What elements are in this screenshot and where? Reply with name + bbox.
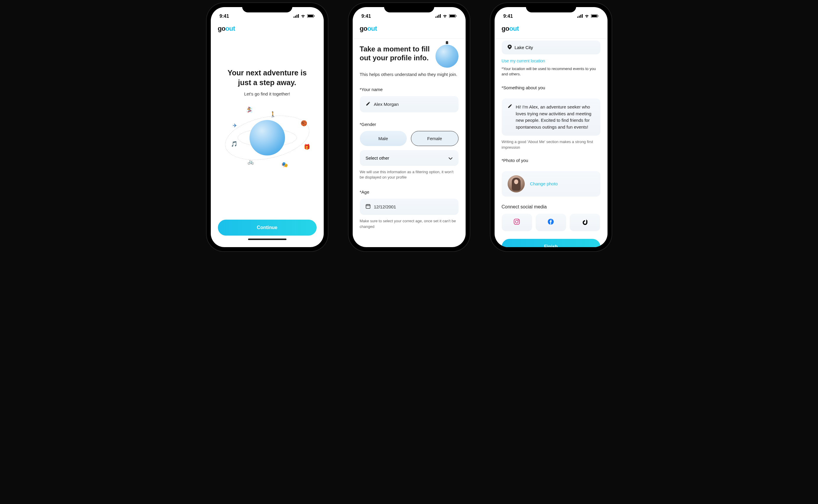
svg-rect-20	[580, 15, 581, 18]
svg-rect-2	[297, 15, 297, 18]
svg-rect-6	[314, 15, 315, 17]
location-value: Lake City	[515, 45, 533, 50]
facebook-icon	[548, 218, 554, 226]
phone-notch	[384, 3, 434, 12]
logo-part2: out	[225, 25, 235, 32]
about-input[interactable]: Hi! I'm Alex, an adventure seeker who lo…	[502, 98, 600, 136]
profile-subtitle: This helps others understand who they mi…	[360, 71, 459, 77]
screen-1: 9:41 goout Your next adventure is just a…	[211, 7, 324, 247]
age-input[interactable]: 12/12/2001	[360, 199, 459, 215]
status-icons	[294, 14, 315, 19]
screen2-content[interactable]: Take a moment to fill out your profile i…	[353, 39, 466, 247]
bike-icon: 🚲	[247, 158, 254, 165]
location-hint: *Your location will be used to recommend…	[502, 66, 600, 77]
continue-button[interactable]: Continue	[218, 220, 317, 236]
tiktok-button[interactable]	[570, 214, 600, 231]
name-value: Alex Morgan	[374, 102, 399, 107]
facebook-button[interactable]	[536, 214, 566, 231]
logo-part1: go	[218, 25, 226, 32]
svg-rect-23	[592, 15, 597, 17]
svg-rect-19	[579, 16, 580, 18]
gender-other-select[interactable]: Select other	[360, 150, 459, 166]
edit-icon	[366, 101, 370, 107]
gender-male-button[interactable]: Male	[360, 131, 407, 146]
screen-3: 9:41 goout Lake City Use my current loca…	[495, 7, 608, 247]
calendar-icon	[366, 204, 370, 210]
change-photo-link[interactable]: Change photo	[530, 181, 558, 186]
gift-icon: 🎁	[304, 144, 310, 150]
screen-2: 9:41 goout Take a moment to fill out you…	[353, 7, 466, 247]
age-value: 12/12/2001	[374, 204, 396, 209]
home-indicator[interactable]	[248, 239, 286, 240]
plane-icon: ✈	[233, 122, 237, 129]
tiktok-icon	[582, 218, 588, 226]
age-label: *Age	[360, 189, 459, 195]
use-current-location-link[interactable]: Use my current location	[502, 59, 600, 63]
logo-part2: out	[509, 25, 519, 32]
gender-label: *Gender	[360, 122, 459, 127]
instagram-icon	[514, 218, 520, 226]
svg-rect-18	[577, 17, 578, 18]
globe-small-icon	[435, 45, 459, 68]
svg-rect-10	[440, 14, 441, 18]
svg-point-27	[518, 220, 519, 221]
snowboard-icon: 🏂	[246, 106, 252, 113]
phone-notch	[526, 3, 576, 12]
signal-icon	[294, 14, 299, 19]
age-helper: Make sure to select your correct age, on…	[360, 218, 459, 229]
chevron-down-icon	[448, 155, 453, 161]
phone-mockup-3: 9:41 goout Lake City Use my current loca…	[490, 3, 612, 251]
svg-rect-14	[366, 205, 370, 208]
battery-icon	[307, 14, 315, 19]
wifi-icon	[443, 14, 447, 19]
logo-part1: go	[502, 25, 509, 32]
status-icons	[577, 14, 599, 19]
signal-icon	[577, 14, 583, 19]
status-icons	[435, 14, 457, 19]
svg-rect-7	[435, 17, 436, 18]
welcome-title: Your next adventure is just a step away.	[218, 68, 317, 87]
logo-part2: out	[367, 25, 377, 32]
instagram-button[interactable]	[502, 214, 532, 231]
svg-rect-8	[437, 16, 438, 18]
location-input[interactable]: Lake City	[502, 40, 600, 54]
svg-rect-0	[294, 17, 294, 18]
photo-row: Change photo	[502, 171, 600, 197]
finish-button[interactable]: Finish	[502, 239, 600, 247]
gender-helper: We will use this information as a filter…	[360, 169, 459, 180]
ball-icon: 🏀	[301, 120, 307, 127]
gender-female-button[interactable]: Female	[411, 131, 459, 146]
phone-mockup-2: 9:41 goout Take a moment to fill out you…	[349, 3, 470, 251]
status-time: 9:41	[503, 14, 513, 19]
svg-rect-9	[438, 15, 439, 18]
app-logo: goout	[211, 21, 324, 35]
svg-rect-1	[295, 16, 296, 18]
signal-icon	[435, 14, 441, 19]
battery-icon	[449, 14, 457, 19]
screen3-content[interactable]: Lake City Use my current location *Your …	[495, 39, 608, 247]
svg-point-26	[516, 220, 518, 223]
app-logo: goout	[353, 21, 466, 35]
music-icon: 🎵	[231, 141, 237, 147]
svg-rect-24	[598, 15, 598, 17]
social-label: Connect social media	[502, 204, 600, 210]
welcome-subtitle: Let's go find it together!	[218, 91, 317, 96]
app-logo: goout	[495, 21, 608, 35]
wifi-icon	[301, 14, 305, 19]
screen1-content: Your next adventure is just a step away.…	[211, 35, 324, 247]
avatar	[508, 175, 525, 192]
logo-part1: go	[360, 25, 367, 32]
photo-label: *Photo of you	[502, 158, 600, 163]
edit-icon	[508, 104, 512, 130]
svg-rect-5	[308, 15, 313, 17]
profile-title: Take a moment to fill out your profile i…	[360, 45, 431, 62]
globe-icon	[250, 120, 285, 155]
gender-other-label: Select other	[366, 155, 389, 161]
name-input[interactable]: Alex Morgan	[360, 96, 459, 112]
svg-rect-12	[450, 15, 455, 17]
name-label: *Your name	[360, 87, 459, 92]
about-label: *Something about you	[502, 85, 600, 90]
status-time: 9:41	[362, 14, 371, 19]
about-hint: Writing a good 'About Me' section makes …	[502, 139, 600, 150]
phone-notch	[242, 3, 292, 12]
